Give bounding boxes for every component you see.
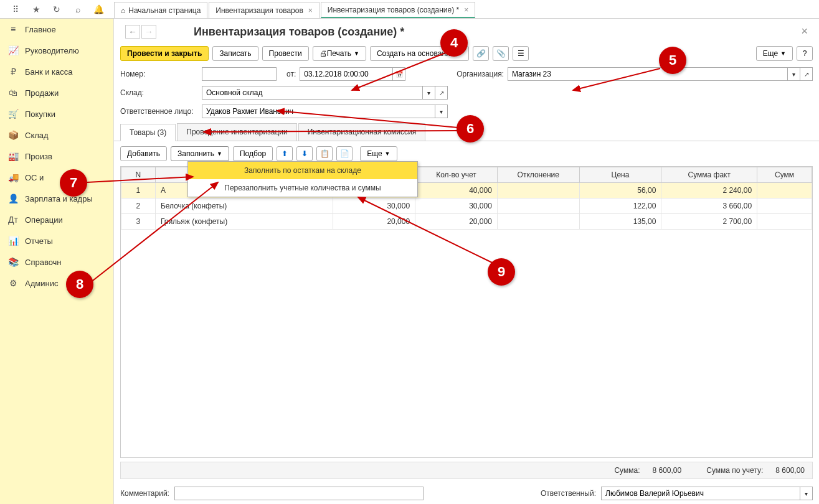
refill-qty-item[interactable]: Перезаполнить учетные количества и суммы	[188, 179, 417, 197]
annotation-7: 7	[60, 169, 87, 197]
sidebar-icon: 📈	[7, 45, 19, 56]
sidebar-label: Зарплата и кадры	[25, 194, 93, 203]
annotation-8: 8	[66, 271, 93, 298]
sidebar-icon: 👤	[7, 193, 19, 204]
sidebar-item[interactable]: 🛍Продажи	[0, 82, 113, 103]
page-title: Инвентаризация товаров (создание) *	[194, 26, 404, 39]
sidebar-icon: 🛍	[7, 87, 19, 98]
table-cell: 30,000	[333, 198, 415, 214]
top-tab[interactable]: Инвентаризация товаров×	[209, 2, 319, 18]
close-page-button[interactable]: ×	[801, 25, 808, 38]
content-tab[interactable]: Товары (3)	[120, 124, 176, 141]
select-button[interactable]: Подбор	[233, 146, 273, 161]
table-cell	[497, 198, 579, 214]
sidebar-label: Произв	[25, 152, 52, 161]
help-button[interactable]: ?	[797, 46, 813, 61]
person-input[interactable]	[202, 105, 435, 118]
warehouse-input[interactable]	[202, 86, 423, 100]
copy-button[interactable]: 📋	[316, 146, 333, 161]
sidebar-item[interactable]: 📚Справочн	[0, 251, 113, 273]
print-button[interactable]: 🖨 Печать ▼	[313, 46, 366, 61]
sidebar-icon: 📊	[7, 235, 19, 246]
content-tab[interactable]: Инвентаризационная комиссия	[298, 123, 426, 141]
search-icon[interactable]: ⌕	[72, 3, 84, 16]
table-more-button[interactable]: Еще ▼	[360, 146, 397, 161]
bell-icon[interactable]: 🔔	[92, 3, 105, 16]
list-button[interactable]: ☰	[513, 46, 529, 61]
write-button[interactable]: Записать	[212, 46, 258, 61]
date-input[interactable]	[300, 67, 393, 81]
column-header[interactable]: Отклонение	[497, 167, 579, 183]
table-cell: 56,00	[579, 183, 661, 198]
up-button[interactable]: ⬆	[277, 146, 293, 161]
post-close-button[interactable]: Провести и закрыть	[120, 46, 209, 61]
link-button[interactable]: 🔗	[473, 46, 489, 61]
column-header[interactable]: N	[121, 167, 156, 183]
table-cell: 2 240,00	[661, 183, 757, 198]
table-cell	[497, 214, 579, 230]
sidebar-label: Банк и касса	[25, 67, 73, 77]
fill-by-stock-item[interactable]: Заполнить по остаткам на складе	[188, 162, 417, 179]
sidebar-item[interactable]: ⚙Админис	[0, 273, 113, 294]
sidebar-label: Отчеты	[25, 236, 53, 246]
fill-dropdown-menu: Заполнить по остаткам на складе Перезапо…	[187, 161, 418, 197]
column-header[interactable]: Кол-во учет	[415, 167, 498, 183]
paste-button[interactable]: 📄	[336, 146, 353, 161]
forward-button[interactable]: →	[141, 25, 156, 39]
sidebar-item[interactable]: 🛒Покупки	[0, 103, 113, 124]
down-button[interactable]: ⬇	[296, 146, 313, 161]
sidebar-item[interactable]: ДтОперации	[0, 209, 113, 230]
sidebar-icon: 📦	[7, 129, 19, 141]
column-header[interactable]: Цена	[579, 167, 661, 183]
responsible-input[interactable]	[601, 487, 800, 500]
table-cell: 135,00	[579, 214, 661, 230]
apps-icon[interactable]: ⠿	[9, 3, 22, 16]
sidebar-item[interactable]: ≡Главное	[0, 19, 113, 40]
fill-button[interactable]: Заполнить ▼	[171, 146, 229, 161]
sidebar-label: ОС и	[25, 173, 44, 182]
annotation-5: 5	[659, 47, 686, 74]
close-icon[interactable]: ×	[308, 6, 313, 15]
sidebar-item[interactable]: 🚚ОС и	[0, 167, 113, 188]
table-cell: 2 700,00	[661, 214, 757, 230]
attach-button[interactable]: 📎	[493, 46, 509, 61]
warehouse-dropdown-icon[interactable]: ▾	[423, 86, 435, 100]
sidebar: ≡Главное📈Руководителю₽Банк и касса🛍Прода…	[0, 0, 114, 504]
comment-input[interactable]	[174, 487, 424, 500]
history-icon[interactable]: ↻	[50, 3, 63, 16]
sidebar-item[interactable]: ₽Банк и касса	[0, 61, 113, 82]
sidebar-item[interactable]: 📈Руководителю	[0, 40, 113, 61]
table-cell	[497, 183, 579, 198]
back-button[interactable]: ←	[125, 25, 140, 39]
annotation-9: 9	[488, 258, 515, 286]
table-cell: 3	[121, 214, 156, 230]
top-tab[interactable]: ⌂Начальная страница	[114, 2, 207, 18]
tab-label: Инвентаризация товаров	[215, 6, 303, 15]
close-icon[interactable]: ×	[464, 6, 468, 14]
table-cell: Белочка (конфеты)	[155, 198, 333, 214]
calendar-icon[interactable]: 📅	[393, 67, 405, 81]
table-row[interactable]: 2Белочка (конфеты)30,00030,000122,003 66…	[121, 198, 812, 214]
sidebar-item[interactable]: 👤Зарплата и кадры	[0, 188, 113, 209]
sidebar-item[interactable]: 🏭Произв	[0, 146, 113, 167]
content-tab[interactable]: Проведение инвентаризации	[177, 123, 296, 141]
sidebar-item[interactable]: 📊Отчеты	[0, 230, 113, 251]
org-dropdown-icon[interactable]: ▾	[788, 67, 800, 81]
top-tab[interactable]: Инвентаризация товаров (создание) *×	[321, 2, 475, 18]
responsible-dropdown-icon[interactable]: ▾	[800, 487, 813, 500]
column-header[interactable]: Сумм	[757, 167, 812, 183]
sidebar-item[interactable]: 📦Склад	[0, 124, 113, 146]
org-open-icon[interactable]: ↗	[800, 67, 813, 81]
more-button[interactable]: Еще ▼	[756, 46, 793, 61]
warehouse-open-icon[interactable]: ↗	[435, 86, 448, 100]
table-row[interactable]: 3Грильяж (конфеты)20,00020,000135,002 70…	[121, 214, 812, 230]
column-header[interactable]: Сумма факт	[661, 167, 757, 183]
add-button[interactable]: Добавить	[120, 146, 167, 161]
sidebar-label: Продажи	[25, 88, 59, 98]
number-input[interactable]	[202, 67, 277, 81]
responsible-label: Ответственный:	[541, 489, 596, 498]
star-icon[interactable]: ★	[30, 3, 42, 16]
post-button[interactable]: Провести	[262, 46, 309, 61]
org-input[interactable]	[508, 67, 788, 81]
person-dropdown-icon[interactable]: ▾	[435, 105, 448, 118]
